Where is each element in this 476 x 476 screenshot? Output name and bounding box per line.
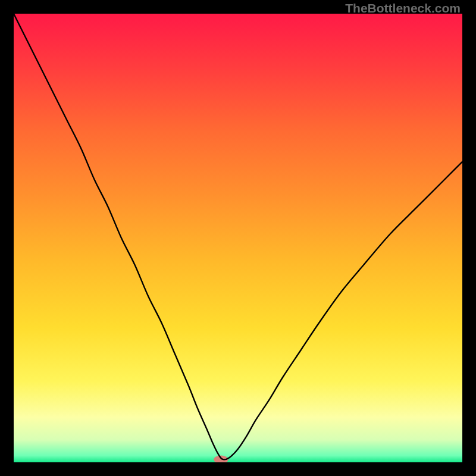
chart-svg <box>14 14 462 462</box>
plot-area <box>14 14 462 462</box>
chart-frame: TheBottleneck.com <box>0 0 476 476</box>
gradient-background <box>14 14 462 462</box>
